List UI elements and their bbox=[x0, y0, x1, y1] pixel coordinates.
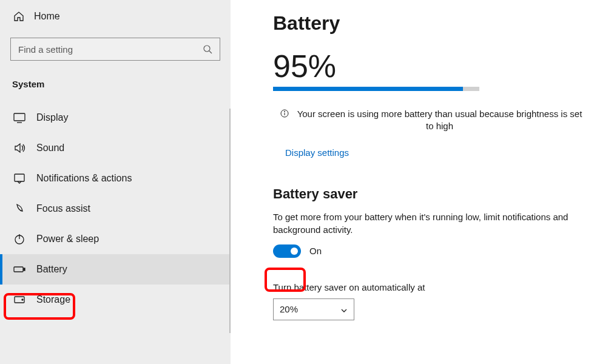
sidebar-item-label: Battery bbox=[36, 264, 67, 275]
battery-saver-toggle-row: On bbox=[273, 244, 594, 258]
battery-percent: 95% bbox=[273, 48, 594, 84]
display-icon bbox=[13, 112, 25, 124]
sidebar-item-label: Notifications & actions bbox=[36, 173, 132, 184]
category-label: System bbox=[0, 79, 231, 89]
svg-rect-4 bbox=[15, 174, 24, 181]
toggle-state-label: On bbox=[309, 246, 322, 256]
battery-icon bbox=[13, 263, 25, 275]
svg-rect-8 bbox=[24, 268, 25, 271]
sidebar-item-sound[interactable]: Sound bbox=[0, 133, 231, 163]
auto-on-label: Turn battery saver on automatically at bbox=[273, 282, 594, 292]
sidebar-item-display[interactable]: Display bbox=[0, 103, 231, 133]
sidebar-item-storage[interactable]: Storage bbox=[0, 285, 231, 315]
dropdown-value: 20% bbox=[280, 304, 298, 314]
sidebar-item-label: Display bbox=[36, 112, 68, 123]
battery-bar bbox=[273, 87, 479, 91]
home-label: Home bbox=[34, 11, 60, 22]
warning-row: Your screen is using more battery than u… bbox=[273, 108, 594, 133]
sidebar-item-label: Focus assist bbox=[36, 203, 90, 214]
svg-point-10 bbox=[22, 299, 23, 300]
sidebar-item-focus-assist[interactable]: Focus assist bbox=[0, 194, 231, 224]
svg-point-0 bbox=[204, 46, 210, 52]
battery-bar-fill bbox=[273, 87, 463, 91]
focus-assist-icon bbox=[13, 203, 25, 215]
search-input[interactable]: Find a setting bbox=[10, 38, 220, 61]
svg-rect-7 bbox=[14, 267, 23, 272]
battery-saver-title: Battery saver bbox=[273, 186, 594, 202]
auto-on-dropdown[interactable]: 20% bbox=[273, 298, 354, 320]
sidebar-item-notifications[interactable]: Notifications & actions bbox=[0, 163, 231, 194]
svg-point-13 bbox=[285, 112, 285, 112]
svg-rect-2 bbox=[14, 113, 25, 121]
page-title: Battery bbox=[273, 12, 594, 35]
battery-saver-description: To get more from your battery when it's … bbox=[273, 211, 581, 236]
storage-icon bbox=[13, 294, 25, 306]
info-icon bbox=[280, 109, 289, 118]
main-content: Battery 95% Your screen is using more ba… bbox=[231, 0, 594, 364]
search-placeholder: Find a setting bbox=[18, 44, 203, 55]
sidebar-item-label: Power & sleep bbox=[36, 234, 99, 244]
search-icon bbox=[203, 44, 212, 54]
battery-saver-toggle[interactable] bbox=[273, 244, 301, 258]
sidebar-item-battery[interactable]: Battery bbox=[0, 254, 231, 285]
warning-text: Your screen is using more battery than u… bbox=[292, 108, 587, 133]
settings-sidebar: Home Find a setting System Display bbox=[0, 0, 231, 364]
home-icon bbox=[13, 11, 24, 22]
toggle-knob bbox=[291, 248, 298, 255]
sidebar-item-label: Storage bbox=[36, 294, 70, 305]
home-button[interactable]: Home bbox=[0, 6, 231, 27]
power-icon bbox=[13, 233, 25, 245]
svg-line-1 bbox=[209, 51, 212, 53]
sound-icon bbox=[13, 142, 25, 154]
sidebar-item-power-sleep[interactable]: Power & sleep bbox=[0, 224, 231, 254]
display-settings-link[interactable]: Display settings bbox=[285, 147, 349, 158]
nav-list: Display Sound Notifications & actions bbox=[0, 103, 231, 315]
sidebar-item-label: Sound bbox=[36, 143, 64, 153]
chevron-down-icon bbox=[340, 306, 348, 313]
notifications-icon bbox=[13, 172, 25, 184]
